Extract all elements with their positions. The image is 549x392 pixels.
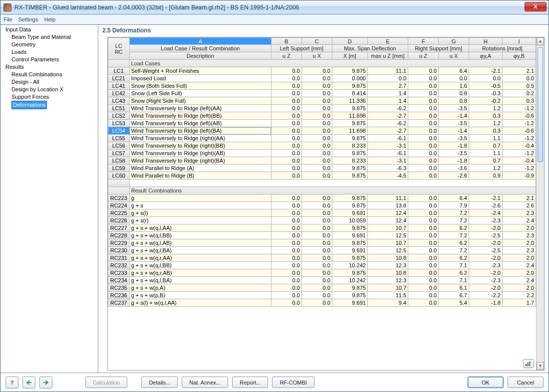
table-row[interactable]: RC228g + s + w(q,l,BB)0.00.09.69112.50.0…: [108, 232, 536, 239]
table-row[interactable]: LC41Snow (Both Sides Full)0.00.09.8752.7…: [108, 82, 536, 90]
col-H[interactable]: H: [469, 38, 502, 45]
table-row[interactable]: RC226g + s(r)0.00.010.05912.40.07.2-2.32…: [108, 217, 536, 224]
col-E[interactable]: E: [367, 38, 408, 45]
vertical-scrollbar[interactable]: ▲ ▼: [536, 37, 544, 370]
table-row[interactable]: RC230g + s + w(q,l,BA)0.00.09.69112.50.0…: [108, 247, 536, 254]
menu-help[interactable]: Help: [44, 16, 55, 22]
hdr-rotations: Rotations [mrad]: [469, 45, 536, 52]
footer: ? Calculation Details... Nat. Annex... R…: [0, 373, 549, 392]
table-row[interactable]: RC227g + s + w(q,l,AA)0.00.09.87510.70.0…: [108, 224, 536, 232]
table-row[interactable]: RC223g0.00.09.87511.10.06.4-2.12.1: [108, 195, 536, 202]
hdr-uz-right: u Z: [408, 52, 439, 60]
menu-file[interactable]: File: [3, 16, 12, 22]
hdr-description: Description: [129, 52, 271, 60]
cancel-button[interactable]: Cancel: [508, 377, 544, 388]
hdr-phiA: φy,A: [469, 52, 502, 60]
table-row[interactable]: LC53Wind Transversely to Ridge (left)(AB…: [108, 120, 536, 127]
table-row[interactable]: RC229g + s + w(q,l,AB)0.00.09.87510.70.0…: [108, 239, 536, 247]
table-row[interactable]: RC231g + s + w(q,r,AA)0.00.09.87510.80.0…: [108, 254, 536, 262]
table-row[interactable]: RC237g + s(l) + w(q,l,AA)0.00.09.6919.40…: [108, 299, 536, 307]
hdr-rightsupport: Right Support [mm]: [408, 45, 469, 52]
hdr-loadcase: Load Case / Result Combination: [129, 45, 271, 52]
tree-design-location[interactable]: Design by Location X: [2, 86, 98, 93]
svg-rect-0: [526, 364, 527, 366]
nat-annex-button[interactable]: Nat. Annex...: [182, 377, 228, 388]
table-row[interactable]: LC21Imposed Load0.00.00.0000.00.00.00.00…: [108, 75, 536, 82]
table-row[interactable]: LC57Wind Transversely to Ridge (right)(A…: [108, 150, 536, 157]
col-I[interactable]: I: [502, 38, 536, 45]
table-row[interactable]: RC236g + s + w(p,B)0.00.09.87511.50.06.7…: [108, 292, 536, 299]
details-button[interactable]: Details...: [141, 377, 178, 388]
hdr-maxspan: Max. Span Deflection: [332, 45, 408, 52]
table-row[interactable]: LC1Self-Weight + Roof Finishes0.00.09.87…: [108, 67, 536, 75]
chart-icon: [525, 360, 532, 367]
nav-tree[interactable]: Input Data Beam Type and Material Geomet…: [0, 25, 98, 373]
hdr-xm: X [m]: [332, 52, 367, 60]
table-row[interactable]: LC58Wind Transversely to Ridge (right)(B…: [108, 157, 536, 165]
table-row[interactable]: LC55Wind Transversely to Ridge (right)(A…: [108, 135, 536, 142]
table-row[interactable]: LC56Wind Transversely to Ridge (right)(B…: [108, 142, 536, 150]
tree-input-data[interactable]: Input Data: [2, 26, 98, 33]
arrow-left-icon: [25, 380, 32, 386]
arrow-right-icon: [42, 380, 49, 386]
table-row[interactable]: RC234g + s + w(q,l,BA)0.00.010.24212.30.…: [108, 277, 536, 284]
app-icon: [3, 3, 11, 11]
main-panel: 2.5 Deformations LC RC: [98, 25, 549, 373]
table-row[interactable]: LC59Wind Parallel to Ridge (A)0.00.09.87…: [108, 165, 536, 172]
section-row: Result Combinations: [108, 187, 536, 195]
scroll-thumb[interactable]: [538, 47, 543, 162]
hdr-lcrc[interactable]: LC RC: [108, 38, 130, 60]
table-row[interactable]: RC235g + s + w(p,A)0.00.09.87510.70.06.1…: [108, 284, 536, 292]
hdr-maxuz: max u Z [mm]: [367, 52, 408, 60]
tree-result-combinations[interactable]: Result Combinations: [2, 71, 98, 78]
tree-control-params[interactable]: Control Parameters: [2, 56, 98, 63]
col-G[interactable]: G: [439, 38, 469, 45]
table-row[interactable]: RC225g + s(l)0.00.09.69112.40.07.2-2.42.…: [108, 209, 536, 217]
hdr-phiB: φy,B: [502, 52, 536, 60]
scroll-up-icon[interactable]: ▲: [537, 37, 544, 45]
table-row[interactable]: LC52Wind Transversely to Ridge (left)(BB…: [108, 112, 536, 120]
menubar: File Settings Help: [0, 14, 549, 24]
close-button[interactable]: X: [525, 2, 547, 11]
titlebar[interactable]: RX-TIMBER - Glued laminated beam - 2.04.…: [0, 0, 549, 14]
table-row[interactable]: LC54Wind Transversely to Ridge (left)(BA…: [108, 127, 536, 135]
svg-point-3: [530, 361, 532, 363]
col-C[interactable]: C: [301, 38, 332, 45]
blank-row: [108, 180, 536, 187]
table-row[interactable]: RC224g + s0.00.09.87513.80.07.9-2.62.6: [108, 202, 536, 209]
ok-button[interactable]: OK: [468, 377, 504, 388]
results-grid[interactable]: LC RC A B C D E F G H I: [107, 37, 545, 371]
col-F[interactable]: F: [408, 38, 439, 45]
table-row[interactable]: RC233g + s + w(q,r,AB)0.00.09.87510.80.0…: [108, 269, 536, 277]
tree-design-all[interactable]: Design - All: [2, 78, 98, 86]
col-D[interactable]: D: [332, 38, 367, 45]
table-row[interactable]: LC51Wind Transversely to Ridge (left)(AA…: [108, 105, 536, 112]
section-title: 2.5 Deformations: [98, 25, 549, 37]
report-button[interactable]: Report...: [232, 377, 268, 388]
calculation-button[interactable]: Calculation: [85, 377, 127, 388]
app-window: RX-TIMBER - Glued laminated beam - 2.04.…: [0, 0, 549, 392]
menu-settings[interactable]: Settings: [18, 16, 38, 22]
table-row[interactable]: LC60Wind Parallel to Ridge (B)0.00.09.87…: [108, 172, 536, 180]
next-button[interactable]: [39, 377, 52, 389]
tree-beam-type[interactable]: Beam Type and Material: [2, 33, 98, 41]
body: Input Data Beam Type and Material Geomet…: [0, 24, 549, 373]
col-B[interactable]: B: [271, 38, 301, 45]
tree-results[interactable]: Results: [2, 63, 98, 71]
prev-button[interactable]: [22, 377, 35, 389]
tree-deformations[interactable]: Deformations: [2, 101, 98, 109]
table-row[interactable]: LC42Snow (Left Side Full)0.00.08.4141.40…: [108, 90, 536, 97]
hdr-ux-right: u X: [439, 52, 469, 60]
hdr-leftsupport: Left Support [mm]: [271, 45, 332, 52]
tree-loads[interactable]: Loads: [2, 48, 98, 56]
section-row: Load Cases: [108, 60, 536, 67]
table-row[interactable]: RC232g + s + w(q,l,BB)0.00.010.24212.30.…: [108, 262, 536, 269]
tree-support-forces[interactable]: Support Forces: [2, 93, 98, 101]
help-button[interactable]: ?: [5, 377, 18, 389]
col-A[interactable]: A: [129, 38, 271, 45]
rf-combi-button[interactable]: RF-COMBI: [272, 377, 314, 388]
table-row[interactable]: LC43Snow (Right Side Full)0.00.011.3361.…: [108, 97, 536, 105]
tree-geometry[interactable]: Geometry: [2, 41, 98, 48]
scroll-down-icon[interactable]: ▼: [537, 362, 544, 370]
graph-button[interactable]: [523, 359, 534, 368]
